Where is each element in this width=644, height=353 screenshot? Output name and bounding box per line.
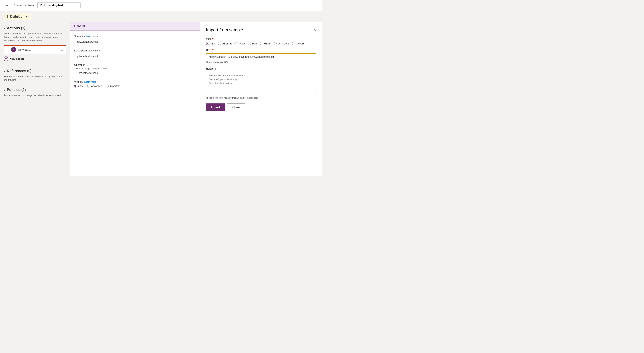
- headers-section: Headers These are custom headers that ar…: [206, 67, 316, 99]
- action-name: Getweat...: [18, 48, 59, 51]
- actions-title: Actions (1): [7, 26, 25, 30]
- panel-header: Import from sample ✕: [206, 28, 316, 32]
- verb-post[interactable]: POST: [234, 42, 245, 45]
- middle-panel: General Summary Learn more Description L…: [70, 22, 200, 176]
- definition-bar: 3. Definition ∨: [0, 11, 322, 22]
- new-action-plus-icon: +: [4, 56, 8, 61]
- references-title: References (0): [7, 69, 32, 73]
- operation-id-required: *: [90, 64, 90, 66]
- top-bar: ← Connector Name: [0, 0, 322, 11]
- policies-title: Policies (0): [7, 88, 26, 92]
- summary-label: Summary Learn more: [74, 35, 196, 38]
- general-tab[interactable]: General: [70, 22, 200, 30]
- form-section: Summary Learn more Description Learn mor…: [70, 30, 200, 96]
- operation-id-group: Operation ID * This is the unique string…: [74, 64, 196, 76]
- references-section-header: ∨ References (0): [4, 69, 66, 73]
- actions-section-header: ∨ Actions (1): [4, 26, 66, 30]
- action-buttons: Import Close: [206, 104, 316, 111]
- divider-1: [4, 66, 66, 66]
- description-learn-more[interactable]: Learn more: [88, 49, 100, 52]
- summary-learn-more[interactable]: Learn more: [86, 35, 98, 38]
- actions-description: Actions determine the operations that us…: [4, 32, 66, 42]
- panel-close-button[interactable]: ✕: [313, 28, 316, 32]
- visibility-label: Visibility Learn more: [74, 80, 196, 83]
- references-description: References are reusable parameters used …: [4, 75, 66, 82]
- import-button[interactable]: Import: [206, 104, 225, 111]
- headers-note: These are custom headers that are part o…: [206, 97, 316, 99]
- operation-id-input[interactable]: [74, 70, 196, 76]
- visibility-important[interactable]: important: [106, 84, 120, 88]
- main-content: ∨ Actions (1) Actions determine the oper…: [0, 22, 322, 176]
- verb-head[interactable]: HEAD: [260, 42, 271, 45]
- verb-options[interactable]: OPTIONS: [274, 42, 289, 45]
- close-dialog-button[interactable]: Close: [227, 104, 245, 111]
- panel-title: Import from sample: [206, 28, 243, 32]
- headers-label: Headers: [206, 67, 316, 70]
- visibility-options: none advanced important: [74, 84, 196, 88]
- connector-name-input[interactable]: [38, 2, 80, 8]
- url-section: URL * This is the request URL.: [206, 48, 316, 64]
- action-item[interactable]: 1 Getweat... ...: [4, 45, 66, 54]
- policies-description: Policies are used to change the behavior…: [4, 94, 66, 97]
- policies-section-header: ∨ Policies (0): [4, 88, 66, 92]
- headers-textarea[interactable]: [206, 72, 316, 95]
- action-checkbox[interactable]: [6, 48, 9, 51]
- verb-put[interactable]: PUT: [248, 42, 257, 45]
- action-number: 1: [11, 47, 16, 52]
- operation-id-note: This is the unique string used to ide: [74, 68, 196, 70]
- divider-2: [4, 84, 66, 85]
- visibility-none[interactable]: none: [74, 84, 84, 88]
- visibility-advanced[interactable]: advanced: [87, 84, 102, 88]
- url-input[interactable]: [206, 53, 316, 60]
- summary-input[interactable]: [74, 39, 196, 45]
- url-label: URL *: [206, 48, 316, 52]
- collapse-icon[interactable]: ∨: [4, 27, 6, 30]
- visibility-group: Visibility Learn more none advanced impo…: [74, 80, 196, 88]
- summary-group: Summary Learn more: [74, 35, 196, 45]
- references-collapse-icon[interactable]: ∨: [4, 70, 6, 72]
- chevron-down-icon: ∨: [26, 15, 28, 18]
- description-input[interactable]: [74, 53, 196, 59]
- verb-patch[interactable]: PATCH: [292, 42, 304, 45]
- url-note: This is the request URL.: [206, 61, 316, 64]
- verb-get[interactable]: GET: [206, 42, 215, 45]
- right-panel: Import from sample ✕ Verb * GET DELETE P…: [200, 22, 322, 176]
- left-panel: ∨ Actions (1) Actions determine the oper…: [0, 22, 70, 176]
- url-required-star: *: [212, 48, 213, 52]
- description-group: Description Learn more: [74, 49, 196, 59]
- action-more-button[interactable]: ...: [61, 48, 64, 52]
- verb-label: Verb *: [206, 38, 316, 40]
- back-button[interactable]: ←: [4, 2, 10, 8]
- new-action-label: New action: [10, 57, 24, 60]
- verb-section: Verb * GET DELETE POST PUT HEAD: [206, 38, 316, 45]
- new-action-button[interactable]: + New action: [4, 56, 24, 62]
- policies-collapse-icon[interactable]: ∨: [4, 88, 6, 91]
- definition-tab[interactable]: 3. Definition ∨: [4, 13, 31, 20]
- connector-name-label: Connector Name: [14, 4, 34, 7]
- verb-required-star: *: [212, 38, 213, 40]
- verb-delete[interactable]: DELETE: [218, 42, 232, 45]
- description-label: Description Learn more: [74, 49, 196, 52]
- visibility-learn-more[interactable]: Learn more: [84, 80, 96, 83]
- verb-options: GET DELETE POST PUT HEAD OPTIONS: [206, 42, 316, 45]
- operation-id-label: Operation ID *: [74, 64, 196, 66]
- definition-tab-label: 3. Definition: [7, 15, 24, 18]
